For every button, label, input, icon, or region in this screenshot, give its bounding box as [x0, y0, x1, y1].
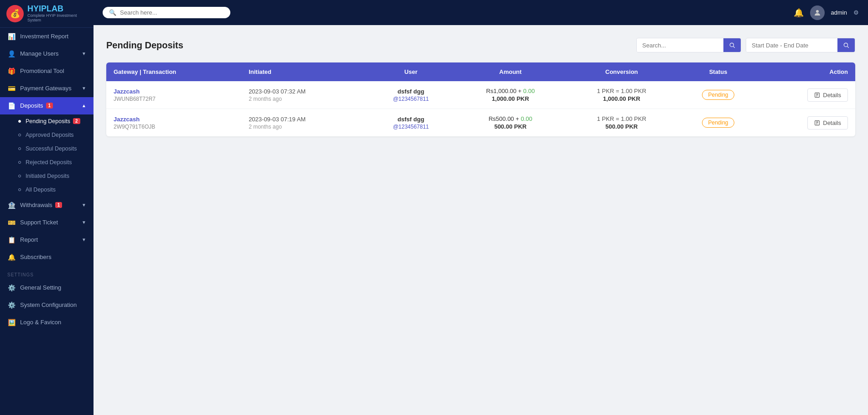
logo-hyip: HYIP	[27, 4, 47, 13]
logo-subtitle: Complete HYIP Investment System	[27, 14, 87, 23]
settings-section-label: SETTINGS	[0, 266, 94, 279]
dot-icon	[18, 188, 21, 191]
initiated-cell: 2023-09-03 07:19 AM 2 months ago	[241, 109, 367, 137]
sidebar-item-label: Withdrawals	[20, 202, 52, 208]
conversion-cell: 1 PKR = 1.00 PKR 1,000.00 PKR	[566, 81, 677, 109]
dot-icon	[18, 161, 21, 164]
sidebar-subitem-successful-deposits[interactable]: Successful Deposits	[0, 142, 94, 156]
sidebar-subitem-initiated-deposits[interactable]: Initiated Deposits	[0, 169, 94, 183]
sidebar: 💰 HYIPLAB Complete HYIP Investment Syste…	[0, 0, 94, 415]
details-button[interactable]: Details	[807, 116, 848, 130]
filter-area	[636, 38, 855, 52]
initiated-ago: 2 months ago	[249, 96, 359, 102]
pending-deposits-badge: 2	[73, 118, 80, 124]
chevron-down-icon: ▼	[82, 202, 86, 208]
svg-line-4	[847, 47, 849, 48]
logo-icon-symbol: 💰	[10, 9, 20, 19]
sidebar-subitem-rejected-deposits[interactable]: Rejected Deposits	[0, 156, 94, 169]
general-setting-icon: ⚙️	[7, 284, 16, 291]
investment-report-icon: 📊	[7, 33, 16, 40]
date-range-input[interactable]	[746, 39, 837, 52]
all-deposits-label: All Deposits	[26, 187, 56, 193]
amount-zero: 0.00	[523, 88, 535, 94]
logo-icon: 💰	[6, 5, 24, 22]
details-button[interactable]: Details	[807, 88, 848, 102]
sidebar-item-label: Manage Users	[20, 50, 59, 57]
sidebar-subitem-approved-deposits[interactable]: Approved Deposits	[0, 128, 94, 142]
col-conversion: Conversion	[566, 62, 677, 81]
sidebar-item-logo-favicon[interactable]: 🖼️ Logo & Favicon	[0, 314, 94, 331]
gateway-name-link[interactable]: Jazzcash	[114, 116, 234, 123]
report-icon: 📋	[7, 236, 16, 244]
bell-icon[interactable]: 🔔	[794, 8, 804, 18]
amount-cell: Rs1,000.00 + 0.00 1,000.00 PKR	[455, 81, 566, 109]
sidebar-item-subscribers[interactable]: 🔔 Subscribers	[0, 249, 94, 266]
initiated-date: 2023-09-03 07:19 AM	[249, 116, 359, 123]
user-handle[interactable]: @1234567811	[374, 96, 448, 102]
sidebar-item-investment-report[interactable]: 📊 Investment Report	[0, 28, 94, 45]
page-header: Pending Deposits	[106, 38, 855, 52]
sidebar-item-manage-users[interactable]: 👤 Manage Users ▼	[0, 45, 94, 62]
date-search-button[interactable]	[837, 38, 855, 52]
initiated-ago: 2 months ago	[249, 124, 359, 130]
sidebar-item-general-setting[interactable]: ⚙️ General Setting	[0, 279, 94, 296]
transaction-id: JWUNB68T72R7	[114, 96, 234, 102]
logo: 💰 HYIPLAB Complete HYIP Investment Syste…	[0, 0, 94, 28]
table-search-button[interactable]	[723, 38, 741, 52]
conversion-total: 1,000.00 PKR	[573, 95, 670, 102]
details-label: Details	[823, 92, 841, 99]
svg-point-0	[816, 10, 819, 13]
sidebar-item-deposits[interactable]: 📄 Deposits 1 ▲	[0, 97, 94, 114]
sidebar-item-payment-gateways[interactable]: 💳 Payment Gateways ▼	[0, 80, 94, 97]
dot-icon	[18, 147, 21, 150]
content-area: Pending Deposits	[94, 25, 868, 415]
manage-users-icon: 👤	[7, 50, 16, 57]
svg-point-1	[730, 43, 733, 47]
sidebar-item-label: Logo & Favicon	[20, 319, 61, 326]
svg-line-2	[733, 47, 735, 48]
sidebar-subitem-pending-deposits[interactable]: Pending Deposits 2	[0, 114, 94, 128]
initiated-deposits-label: Initiated Deposits	[26, 173, 69, 179]
action-cell: Details	[759, 109, 855, 137]
gateway-name-link[interactable]: Jazzcash	[114, 88, 234, 95]
sidebar-item-withdrawals[interactable]: 🏦 Withdrawals 1 ▼	[0, 197, 94, 214]
amount-total: 1,000.00 PKR	[463, 95, 558, 102]
withdrawals-badge: 1	[55, 202, 62, 208]
conversion-rate: 1 PKR = 1.00 PKR	[573, 115, 670, 122]
chevron-down-icon: ▼	[82, 237, 86, 242]
amount-total: 500.00 PKR	[463, 123, 558, 130]
col-gateway: Gateway | Transaction	[106, 62, 241, 81]
search-input[interactable]	[120, 9, 224, 16]
logo-favicon-icon: 🖼️	[7, 319, 16, 326]
subscribers-icon: 🔔	[7, 254, 16, 261]
sidebar-subitem-all-deposits[interactable]: All Deposits	[0, 183, 94, 197]
status-cell: Pending	[677, 81, 759, 109]
initiated-cell: 2023-09-03 07:32 AM 2 months ago	[241, 81, 367, 109]
search-icon: 🔍	[109, 9, 116, 16]
sidebar-item-report[interactable]: 📋 Report ▼	[0, 231, 94, 249]
sidebar-item-promotional-tool[interactable]: 🎁 Promotional Tool	[0, 62, 94, 80]
date-filter	[746, 38, 855, 52]
topbar: 🔍 🔔 admin ⚙	[94, 0, 868, 25]
col-user: User	[367, 62, 455, 81]
rejected-deposits-label: Rejected Deposits	[26, 159, 72, 166]
topbar-right: 🔔 admin ⚙	[794, 5, 859, 20]
sidebar-item-label: Report	[20, 236, 38, 243]
table-row: Jazzcash JWUNB68T72R7 2023-09-03 07:32 A…	[106, 81, 855, 109]
gateway-cell: Jazzcash 2W9Q791T6OJB	[106, 109, 241, 137]
deposits-badge: 1	[46, 103, 53, 109]
logo-title: HYIPLAB	[27, 5, 87, 14]
table-search-input[interactable]	[637, 39, 723, 52]
initiated-date: 2023-09-03 07:32 AM	[249, 88, 359, 95]
pending-deposits-label: Pending Deposits	[26, 118, 70, 124]
sidebar-item-support-ticket[interactable]: 🎫 Support Ticket ▼	[0, 214, 94, 231]
logo-lab: LAB	[47, 4, 63, 13]
search-box: 🔍	[103, 7, 230, 18]
details-label: Details	[823, 119, 841, 126]
action-cell: Details	[759, 81, 855, 109]
user-handle[interactable]: @1234567811	[374, 124, 448, 130]
sidebar-item-system-configuration[interactable]: ⚙️ System Configuration	[0, 296, 94, 314]
payment-gateways-icon: 💳	[7, 85, 16, 92]
admin-gear-icon[interactable]: ⚙	[853, 9, 859, 16]
amount-zero: 0.00	[521, 115, 532, 122]
